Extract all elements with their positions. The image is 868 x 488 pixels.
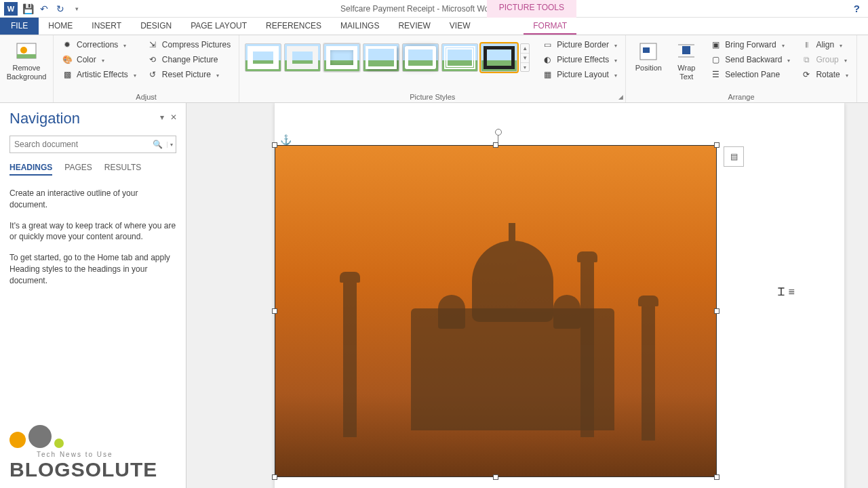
style-thumb-7-selected[interactable] [481, 43, 517, 72]
tab-file[interactable]: FILE [0, 18, 39, 35]
effects-icon: ◐ [542, 54, 553, 65]
crop-button[interactable]: Crop [863, 38, 868, 75]
nav-tab-pages[interactable]: PAGES [64, 163, 92, 176]
group-arrange-label: Arrange [631, 93, 850, 102]
tab-mailings[interactable]: MAILINGS [331, 18, 389, 35]
undo-icon[interactable]: ↶ [38, 3, 50, 15]
svg-rect-5 [682, 46, 690, 54]
group-remove-background: Remove Background [0, 35, 54, 102]
selected-picture[interactable] [275, 145, 717, 477]
gallery-down-icon[interactable]: ▼ [521, 54, 529, 63]
workspace: Navigation ▾ ✕ 🔍 ▾ HEADINGS PAGES RESULT… [0, 103, 868, 488]
tab-references[interactable]: REFERENCES [256, 18, 331, 35]
reset-picture-button[interactable]: ↺Reset Picture [144, 68, 233, 81]
picture-border-button[interactable]: ▭Picture Border [539, 38, 620, 52]
selection-pane-button[interactable]: ☰Selection Pane [707, 68, 793, 81]
handle-tm[interactable] [493, 142, 498, 148]
svg-rect-2 [17, 54, 36, 58]
bring-forward-button[interactable]: ▣Bring Forward [707, 38, 793, 52]
style-thumb-3[interactable] [323, 43, 360, 72]
group-icon: ⧉ [801, 54, 812, 65]
send-backward-icon: ▢ [710, 54, 721, 65]
tab-home[interactable]: HOME [39, 18, 82, 35]
layout-options-button[interactable]: ▤ [724, 146, 744, 167]
remove-background-button[interactable]: Remove Background [5, 38, 47, 83]
group-button[interactable]: ⧉Group [798, 53, 850, 66]
style-thumb-1[interactable] [245, 43, 281, 72]
style-thumb-5[interactable] [402, 43, 439, 72]
tab-review[interactable]: REVIEW [389, 18, 439, 35]
position-button[interactable]: Position [631, 38, 665, 75]
nav-hint-3: To get started, go to the Home tab and a… [9, 252, 176, 286]
bring-forward-icon: ▣ [710, 39, 721, 50]
handle-bm[interactable] [493, 474, 498, 480]
ribbon: Remove Background ✹Corrections 🎨Color ▩A… [0, 35, 868, 103]
tab-design[interactable]: DESIGN [131, 18, 181, 35]
picture-styles-gallery: ▲ ▼ ▾ [245, 38, 530, 72]
tab-format[interactable]: FORMAT [524, 18, 576, 35]
remove-background-icon [16, 41, 37, 62]
handle-tl[interactable] [272, 142, 277, 148]
handle-mr[interactable] [714, 308, 719, 314]
help-icon[interactable]: ? [850, 3, 864, 14]
wrap-text-icon [675, 41, 697, 62]
gallery-more-icon[interactable]: ▾ [521, 63, 529, 72]
search-dropdown-icon[interactable]: ▾ [167, 142, 176, 148]
compress-pictures-button[interactable]: ⇲Compress Pictures [144, 38, 233, 52]
group-adjust-label: Adjust [59, 93, 233, 102]
color-button[interactable]: 🎨Color [59, 53, 139, 66]
save-icon[interactable]: 💾 [22, 3, 34, 15]
corrections-icon: ✹ [62, 39, 73, 50]
nav-hint-1: Create an interactive outline of your do… [9, 188, 176, 211]
nav-close-icon[interactable]: ✕ [168, 113, 179, 122]
word-app-icon[interactable]: W [4, 2, 18, 16]
tab-view[interactable]: VIEW [440, 18, 480, 35]
nav-tab-headings[interactable]: HEADINGS [9, 163, 52, 176]
picture-layout-button[interactable]: ▦Picture Layout [539, 68, 620, 81]
border-icon: ▭ [542, 39, 553, 50]
nav-dropdown-icon[interactable]: ▾ [158, 113, 166, 122]
style-thumb-2[interactable] [284, 43, 321, 72]
picture-content [275, 146, 716, 476]
artistic-effects-button[interactable]: ▩Artistic Effects [59, 68, 139, 81]
tab-insert[interactable]: INSERT [82, 18, 131, 35]
search-icon[interactable]: 🔍 [149, 140, 167, 149]
artistic-effects-icon: ▩ [62, 69, 73, 80]
nav-tab-results[interactable]: RESULTS [104, 163, 141, 176]
wrap-text-button[interactable]: Wrap Text [671, 38, 702, 83]
handle-tr[interactable] [714, 142, 719, 148]
style-thumb-6[interactable] [441, 43, 478, 72]
handle-br[interactable] [714, 474, 719, 480]
qat-customize-icon[interactable]: ▾ [71, 3, 83, 15]
picture-styles-launcher-icon[interactable]: ◢ [618, 94, 623, 100]
send-backward-button[interactable]: ▢Send Backward [707, 53, 793, 66]
context-tab-picture-tools: PICTURE TOOLS [487, 0, 576, 18]
watermark-logo: Tech News to Use BLOGSOLUTE [9, 425, 157, 481]
search-input[interactable] [10, 140, 149, 149]
reset-picture-icon: ↺ [147, 69, 158, 80]
tab-page-layout[interactable]: PAGE LAYOUT [181, 18, 256, 35]
rotation-handle[interactable] [495, 129, 502, 136]
anchor-icon[interactable]: ⚓ [280, 134, 292, 145]
gallery-up-icon[interactable]: ▲ [521, 44, 529, 54]
svg-point-1 [20, 47, 27, 54]
layout-icon: ▦ [542, 69, 553, 80]
document-area[interactable]: ⚓ ▤ Ꮖ ≡ [186, 103, 868, 488]
navigation-subtabs: HEADINGS PAGES RESULTS [9, 163, 176, 176]
title-bar: W 💾 ↶ ↻ ▾ Selfcare Payment Receipt - Mic… [0, 0, 868, 18]
handle-ml[interactable] [272, 308, 277, 314]
handle-bl[interactable] [272, 474, 277, 480]
rotate-button[interactable]: ⟳Rotate [798, 68, 850, 81]
navigation-title: Navigation [9, 110, 176, 127]
group-picture-styles-label: Picture Styles [245, 93, 620, 102]
style-thumb-4[interactable] [363, 43, 399, 72]
nav-hint-2: It's a great way to keep track of where … [9, 220, 176, 243]
corrections-button[interactable]: ✹Corrections [59, 38, 139, 52]
align-icon: ⫴ [801, 39, 812, 50]
change-picture-button[interactable]: ⟲Change Picture [144, 53, 233, 66]
align-button[interactable]: ⫴Align [798, 38, 850, 52]
group-arrange: Position Wrap Text ▣Bring Forward ▢Send … [626, 35, 856, 102]
redo-icon[interactable]: ↻ [54, 3, 66, 15]
picture-effects-button[interactable]: ◐Picture Effects [539, 53, 620, 66]
text-cursor: Ꮖ ≡ [778, 286, 795, 298]
